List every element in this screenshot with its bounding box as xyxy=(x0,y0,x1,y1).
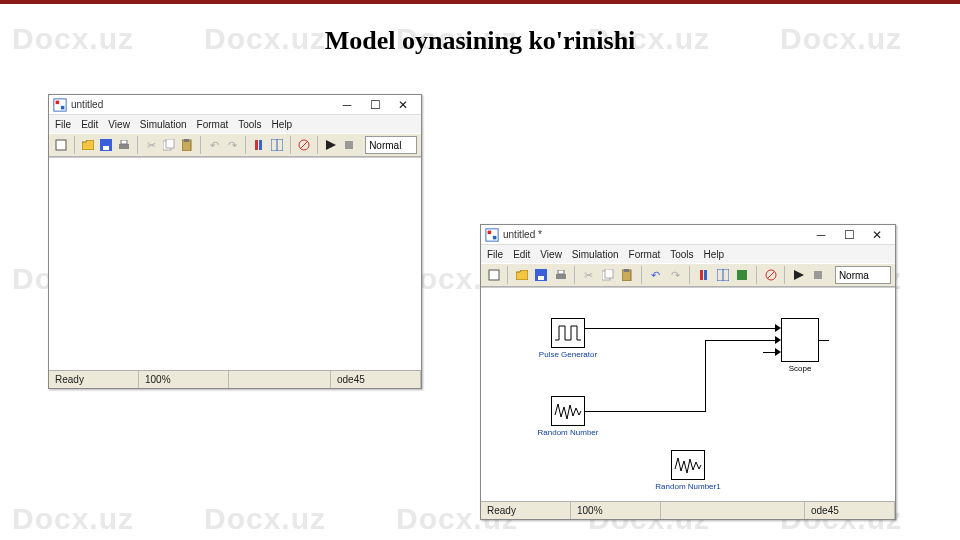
status-solver: ode45 xyxy=(331,371,421,388)
new-model-icon[interactable] xyxy=(53,136,69,154)
menu-help[interactable]: Help xyxy=(704,249,725,260)
block-pulse-generator[interactable] xyxy=(551,318,585,348)
save-icon[interactable] xyxy=(98,136,114,154)
svg-rect-28 xyxy=(556,274,566,279)
cut-icon[interactable]: ✂ xyxy=(580,266,597,284)
separator xyxy=(137,136,138,154)
paste-icon[interactable] xyxy=(619,266,636,284)
svg-rect-14 xyxy=(259,140,262,150)
menu-simulation[interactable]: Simulation xyxy=(140,119,187,130)
block-label: Random Number xyxy=(533,428,603,437)
noise-waveform-icon xyxy=(674,455,702,475)
print-icon[interactable] xyxy=(116,136,132,154)
copy-icon[interactable] xyxy=(161,136,177,154)
model-canvas[interactable] xyxy=(49,157,421,370)
redo-icon[interactable]: ↷ xyxy=(224,136,240,154)
simulink-app-icon xyxy=(53,98,67,112)
toolbar: ✂ ↶ ↷ Norma xyxy=(481,263,895,287)
close-button[interactable]: ✕ xyxy=(863,226,891,244)
status-zoom: 100% xyxy=(571,502,661,519)
svg-rect-42 xyxy=(814,271,822,279)
separator xyxy=(574,266,575,284)
separator xyxy=(756,266,757,284)
play-icon[interactable] xyxy=(323,136,339,154)
toggle-icon[interactable] xyxy=(734,266,751,284)
svg-rect-22 xyxy=(488,230,492,234)
redo-icon[interactable]: ↷ xyxy=(667,266,684,284)
port-stub xyxy=(763,340,775,341)
block-label: Scope xyxy=(765,364,835,373)
stop-icon[interactable] xyxy=(810,266,827,284)
model-explorer-icon[interactable] xyxy=(714,266,731,284)
menu-file[interactable]: File xyxy=(487,249,503,260)
maximize-button[interactable]: ☐ xyxy=(835,226,863,244)
svg-rect-24 xyxy=(489,270,499,280)
block-scope[interactable] xyxy=(781,318,819,362)
port-stub xyxy=(763,328,775,329)
noise-waveform-icon xyxy=(554,401,582,421)
svg-rect-23 xyxy=(493,235,497,239)
menu-help[interactable]: Help xyxy=(272,119,293,130)
menu-view[interactable]: View xyxy=(540,249,562,260)
menubar: File Edit View Simulation Format Tools H… xyxy=(49,115,421,133)
status-ready: Ready xyxy=(49,371,139,388)
pulse-waveform-icon xyxy=(554,323,582,343)
port-arrow-icon xyxy=(775,348,781,356)
svg-rect-6 xyxy=(103,146,109,150)
window-title: untitled xyxy=(71,99,333,110)
menu-file[interactable]: File xyxy=(55,119,71,130)
svg-rect-2 xyxy=(61,105,65,109)
svg-marker-4 xyxy=(82,140,94,150)
separator xyxy=(200,136,201,154)
titlebar: untitled * ─ ☐ ✕ xyxy=(481,225,895,245)
menu-simulation[interactable]: Simulation xyxy=(572,249,619,260)
svg-rect-38 xyxy=(737,270,747,280)
save-icon[interactable] xyxy=(533,266,550,284)
block-random-number[interactable] xyxy=(551,396,585,426)
statusbar: Ready 100% ode45 xyxy=(481,501,895,519)
undo-icon[interactable]: ↶ xyxy=(206,136,222,154)
simulation-mode-dropdown[interactable]: Norma xyxy=(835,266,891,284)
simulink-window-model: untitled * ─ ☐ ✕ File Edit View Simulati… xyxy=(480,224,896,520)
svg-rect-35 xyxy=(704,270,707,280)
open-icon[interactable] xyxy=(513,266,530,284)
play-icon[interactable] xyxy=(790,266,807,284)
open-icon[interactable] xyxy=(80,136,96,154)
block-random-number1[interactable] xyxy=(671,450,705,480)
mode-label: Norma xyxy=(839,270,869,281)
menu-tools[interactable]: Tools xyxy=(238,119,261,130)
menu-view[interactable]: View xyxy=(108,119,130,130)
simulink-app-icon xyxy=(485,228,499,242)
separator xyxy=(689,266,690,284)
window-title: untitled * xyxy=(503,229,807,240)
minimize-button[interactable]: ─ xyxy=(807,226,835,244)
debug-icon[interactable] xyxy=(296,136,312,154)
debug-icon[interactable] xyxy=(762,266,779,284)
undo-icon[interactable]: ↶ xyxy=(647,266,664,284)
menu-edit[interactable]: Edit xyxy=(513,249,530,260)
simulation-mode-dropdown[interactable]: Normal xyxy=(365,136,417,154)
svg-marker-25 xyxy=(516,270,528,280)
close-button[interactable]: ✕ xyxy=(389,96,417,114)
copy-icon[interactable] xyxy=(600,266,617,284)
menu-format[interactable]: Format xyxy=(197,119,229,130)
status-zoom: 100% xyxy=(139,371,229,388)
watermark: Docx.uz xyxy=(204,502,326,536)
paste-icon[interactable] xyxy=(179,136,195,154)
library-browser-icon[interactable] xyxy=(695,266,712,284)
separator xyxy=(74,136,75,154)
library-browser-icon[interactable] xyxy=(251,136,267,154)
model-canvas[interactable]: Pulse Generator Random Number Random Num… xyxy=(481,287,895,501)
minimize-button[interactable]: ─ xyxy=(333,96,361,114)
maximize-button[interactable]: ☐ xyxy=(361,96,389,114)
menu-format[interactable]: Format xyxy=(629,249,661,260)
cut-icon[interactable]: ✂ xyxy=(143,136,159,154)
menu-edit[interactable]: Edit xyxy=(81,119,98,130)
separator xyxy=(290,136,291,154)
model-explorer-icon[interactable] xyxy=(269,136,285,154)
stop-icon[interactable] xyxy=(341,136,357,154)
separator xyxy=(641,266,642,284)
new-model-icon[interactable] xyxy=(485,266,502,284)
menu-tools[interactable]: Tools xyxy=(670,249,693,260)
print-icon[interactable] xyxy=(552,266,569,284)
